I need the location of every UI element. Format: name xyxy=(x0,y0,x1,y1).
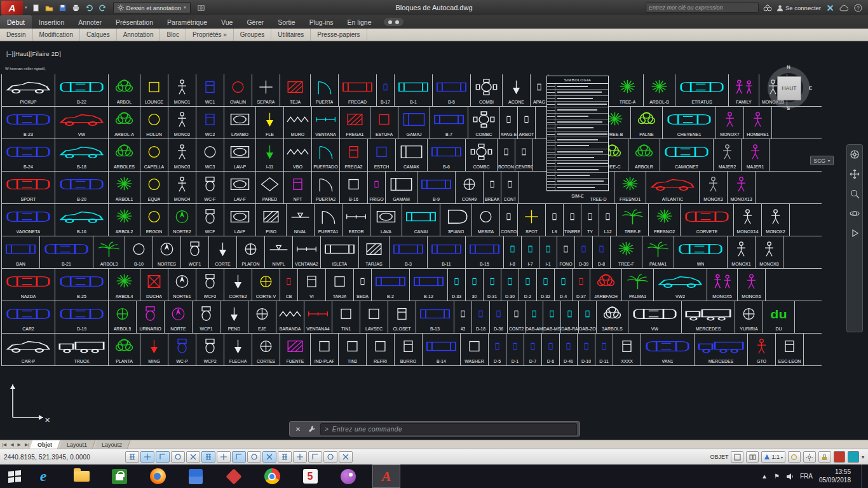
taskbar-app-red[interactable] xyxy=(220,464,248,488)
block-d-2[interactable]: D-2 xyxy=(519,269,537,301)
block-i-11[interactable]: I-11 xyxy=(256,139,284,171)
block-b-20[interactable]: B-20 xyxy=(55,172,109,203)
block-monox2[interactable]: MONOX2 xyxy=(762,204,790,236)
block-ducha[interactable]: DUCHA xyxy=(140,269,168,301)
block-gamam[interactable]: GAMAM xyxy=(386,172,417,203)
block-i-7[interactable]: I-7 xyxy=(522,236,539,268)
layout-tab-layout1[interactable]: Layout1 xyxy=(59,440,96,449)
block-vw[interactable]: VW xyxy=(55,107,109,139)
block-arbol-b[interactable]: ARBOL-B xyxy=(644,74,675,106)
status-menu-caret[interactable]: ▾ xyxy=(862,454,864,460)
block-centro[interactable]: CENTRO xyxy=(515,139,533,171)
block-43[interactable]: 43 xyxy=(454,301,472,333)
viewport-controls[interactable]: [–][Haut][Filaire 2D] xyxy=(6,50,61,57)
block-baranda[interactable]: BARANDA xyxy=(276,301,304,333)
block-teja[interactable]: TEJA xyxy=(280,74,311,106)
block-holun[interactable]: HOLUN xyxy=(140,107,168,139)
block-wc-f[interactable]: WC-F xyxy=(196,172,224,203)
block-wcf2[interactable]: WCF2 xyxy=(196,269,224,301)
ribbon-panel-calques[interactable]: Calques xyxy=(80,29,117,41)
block-frega2[interactable]: FREGA2 xyxy=(340,139,368,171)
taskbar-ie[interactable]: e xyxy=(29,464,57,488)
block-d-6[interactable]: D-6 xyxy=(542,334,560,365)
prev-layout-button[interactable]: ◀ xyxy=(8,440,15,449)
block-lav-f[interactable]: LAV-F xyxy=(224,172,256,203)
block-fle[interactable]: FLE xyxy=(256,107,284,139)
ribbon-panel-modification[interactable]: Modification xyxy=(33,29,80,41)
block-b-17[interactable]: B-17 xyxy=(377,74,395,106)
block-vagoneta[interactable]: VAGONETA xyxy=(2,204,55,236)
toggle-lwt[interactable] xyxy=(278,451,292,463)
layout-tab-objet[interactable]: Objet xyxy=(30,440,61,449)
block-pared[interactable]: PARED xyxy=(256,172,284,203)
orbit-icon[interactable] xyxy=(850,208,860,219)
block-tarja[interactable]: TARJA xyxy=(326,269,354,301)
block-d-8[interactable]: D-8 xyxy=(593,236,611,268)
ucs-dropdown[interactable]: SCG ▾ xyxy=(810,156,834,165)
ribbon-panel-groupes[interactable]: Groupes xyxy=(234,29,271,41)
block-d-11[interactable]: D-11 xyxy=(595,334,613,365)
block-mono3[interactable]: MONO3 xyxy=(168,139,196,171)
block-i-8[interactable]: I-8 xyxy=(504,236,522,268)
taskbar-store[interactable] xyxy=(105,464,133,488)
block-nortes[interactable]: NORTES xyxy=(153,236,181,268)
toggle-quickprop[interactable] xyxy=(308,451,322,463)
block-apag[interactable]: APAG xyxy=(531,74,548,106)
taskbar-firefox[interactable] xyxy=(144,464,172,488)
block-arbol4[interactable]: ARBOL4 xyxy=(109,269,140,301)
hidden-icons-button[interactable]: ▲ xyxy=(761,473,768,480)
app-menu-caret-icon[interactable]: ▾ xyxy=(25,5,27,10)
block-atlantic[interactable]: ATLANTIC xyxy=(646,172,700,203)
block-monox7[interactable]: MONOX7 xyxy=(716,107,744,139)
block-tree-a[interactable]: TREE-A xyxy=(612,74,644,106)
block-lav-p[interactable]: LAV-P xyxy=(224,139,256,171)
block-puerta2[interactable]: PUERTA2 xyxy=(312,172,340,203)
ribbon-tab-annoter[interactable]: Annoter xyxy=(71,15,109,29)
block-palma1[interactable]: PALMA1 xyxy=(642,236,674,268)
block-hombre1[interactable]: HOMBRE1 xyxy=(744,107,772,139)
ribbon-tab-param-trique[interactable]: Paramétrique xyxy=(160,15,214,29)
block-ergon[interactable]: ERGON xyxy=(140,204,168,236)
pan-hand-icon[interactable] xyxy=(850,168,860,179)
clock[interactable]: 13:55 05/09/2018 xyxy=(819,468,855,484)
block-car2[interactable]: CAR2 xyxy=(2,301,55,333)
command-line[interactable]: ✕ > Entrez une commande xyxy=(289,421,580,437)
block-lounge[interactable]: LOUNGE xyxy=(140,74,168,106)
annotation-scale-button[interactable]: 1:1 ▾ xyxy=(761,451,785,463)
block-mono4[interactable]: MONO4 xyxy=(168,172,196,203)
block-palma1[interactable]: PALMA1 xyxy=(622,269,654,301)
block-mono2[interactable]: MONO2 xyxy=(168,107,196,139)
block-d-4[interactable]: D-4 xyxy=(555,269,573,301)
block-norte2[interactable]: NORTE2 xyxy=(168,204,196,236)
block-d-31[interactable]: D-31 xyxy=(484,269,501,301)
block-wcp2[interactable]: WCP2 xyxy=(196,334,224,365)
search-input[interactable] xyxy=(646,3,759,13)
block-isleta[interactable]: ISLETA xyxy=(321,236,359,268)
taskbar-app-5[interactable]: 5 xyxy=(296,464,324,488)
block-car-p[interactable]: CAR-P xyxy=(2,334,55,365)
performance-button[interactable] xyxy=(834,451,845,463)
block-arbol5[interactable]: ARBOL5 xyxy=(109,301,137,333)
annotation-visibility-button[interactable] xyxy=(788,451,801,463)
block-tinere[interactable]: TINERE xyxy=(564,204,581,236)
block-wcp1[interactable]: WCP1 xyxy=(193,301,220,333)
block-d-37[interactable]: D-37 xyxy=(573,269,590,301)
show-motion-icon[interactable] xyxy=(850,227,860,238)
block-monox5[interactable]: MONOX5 xyxy=(707,269,738,301)
block-separa[interactable]: SEPARA xyxy=(252,74,280,106)
block-dab-zo[interactable]: DAB-ZO xyxy=(579,301,597,333)
block-cont[interactable]: CONT xyxy=(501,172,519,203)
block-b-12[interactable]: B-12 xyxy=(410,269,448,301)
command-input[interactable]: > Entrez une commande xyxy=(320,423,577,435)
block-vbo[interactable]: VBO xyxy=(284,139,312,171)
show-desktop-button[interactable] xyxy=(861,464,865,488)
cleanscreen-button[interactable] xyxy=(848,451,859,463)
block-urinario[interactable]: URINARIO xyxy=(137,301,165,333)
model-space-button[interactable] xyxy=(731,451,743,463)
block-b-15[interactable]: B-15 xyxy=(466,236,504,268)
quick-view-layouts-button[interactable] xyxy=(746,451,759,463)
block-d-32[interactable]: D-32 xyxy=(537,269,555,301)
application-menu-button[interactable]: A xyxy=(1,1,23,15)
block-d-1[interactable]: D-1 xyxy=(506,334,524,365)
block-xxxx[interactable]: XXXX xyxy=(613,334,641,365)
